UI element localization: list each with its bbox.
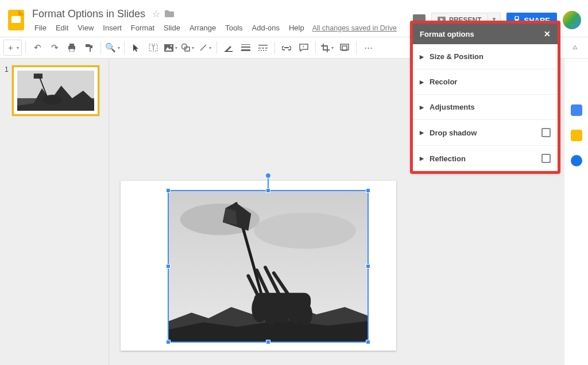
undo-icon[interactable]: ↶ [29,40,45,56]
menu-format[interactable]: Format [126,22,159,33]
svg-rect-31 [341,44,349,50]
select-tool-icon[interactable] [128,40,144,56]
redo-icon[interactable]: ↷ [47,40,63,56]
save-status[interactable]: All changes saved in Drive [312,24,397,32]
svg-rect-27 [263,50,264,51]
section-drop-shadow[interactable]: ▶ Drop shadow [413,120,558,146]
reflection-checkbox[interactable] [541,154,551,163]
menu-bar: File Edit View Insert Format Slide Arran… [30,22,413,33]
svg-rect-29 [284,47,289,48]
svg-point-41 [254,212,356,248]
line-icon[interactable]: ▾ [197,40,213,56]
selected-image[interactable] [168,190,369,343]
svg-rect-20 [241,49,250,51]
comment-icon[interactable]: + [296,40,312,56]
section-recolor[interactable]: ▶ Recolor [413,69,558,95]
resize-handle-s[interactable] [266,340,270,344]
print-icon[interactable] [64,40,80,56]
menu-slide[interactable]: Slide [159,22,185,33]
resize-handle-w[interactable] [166,264,171,269]
user-avatar[interactable] [563,11,581,29]
menu-addons[interactable]: Add-ons [247,22,284,33]
mask-image-icon[interactable] [336,40,353,56]
shape-icon[interactable]: ▾ [180,40,196,56]
svg-rect-21 [258,45,268,46]
crop-icon[interactable]: ▾ [319,40,335,56]
svg-rect-26 [261,50,262,51]
border-color-icon[interactable] [220,40,237,56]
svg-rect-1 [11,16,21,23]
svg-rect-23 [262,48,264,49]
move-folder-icon[interactable] [165,9,174,20]
section-label: Recolor [430,77,457,86]
slide-thumbnail[interactable] [12,65,99,116]
tasks-icon[interactable] [571,155,582,166]
expand-icon: ▶ [420,130,424,135]
menu-help[interactable]: Help [284,22,309,33]
menu-view[interactable]: View [73,22,98,33]
link-icon[interactable] [278,40,295,56]
svg-rect-18 [241,44,250,45]
rotate-handle[interactable] [265,173,271,178]
textbox-icon[interactable]: T [145,40,161,56]
svg-rect-19 [241,46,250,48]
close-icon[interactable]: ✕ [544,29,551,38]
slide-canvas[interactable] [121,181,396,351]
slide-number: 1 [5,65,9,116]
format-options-panel: Format options ✕ ▶ Size & Position ▶ Rec… [410,21,560,174]
paint-format-icon[interactable] [81,40,97,56]
svg-rect-22 [258,48,261,49]
menu-edit[interactable]: Edit [51,22,73,33]
resize-handle-n[interactable] [266,188,270,193]
resize-handle-nw[interactable] [166,188,171,193]
hide-menus-icon[interactable]: ㅿ [566,42,585,53]
menu-file[interactable]: File [30,22,51,33]
menu-insert[interactable]: Insert [98,22,126,33]
side-rail [564,59,588,365]
resize-handle-e[interactable] [366,264,370,269]
calendar-icon[interactable] [571,104,582,116]
menu-arrange[interactable]: Arrange [185,22,220,33]
section-adjustments[interactable]: ▶ Adjustments [413,95,558,120]
new-slide-button[interactable]: ＋▾ [3,40,22,56]
svg-point-14 [182,44,187,49]
section-label: Drop shadow [430,129,477,137]
svg-line-16 [200,45,206,51]
expand-icon: ▶ [420,104,424,110]
svg-point-38 [42,95,62,105]
svg-rect-25 [258,50,260,51]
keep-icon[interactable] [571,130,582,141]
border-weight-icon[interactable] [238,40,254,56]
svg-rect-37 [33,73,42,79]
expand-icon: ▶ [420,54,424,60]
drop-shadow-checkbox[interactable] [541,128,551,137]
svg-text:T: T [152,45,155,51]
border-dash-icon[interactable] [255,40,271,56]
svg-rect-28 [265,50,266,51]
expand-icon: ▶ [420,79,424,85]
star-icon[interactable]: ☆ [152,9,160,20]
document-title[interactable]: Format Options in Slides [30,7,148,21]
format-options-header: Format options ✕ [413,24,558,44]
slides-app-icon[interactable] [5,9,28,32]
section-reflection[interactable]: ▶ Reflection [413,146,558,171]
filmstrip: 1 [0,59,109,365]
more-icon[interactable]: ⋯ [360,40,376,56]
svg-rect-17 [225,51,233,52]
resize-handle-ne[interactable] [366,188,370,193]
expand-icon: ▶ [420,156,424,161]
zoom-icon[interactable]: 🔍▾ [105,40,121,56]
image-icon[interactable]: ▾ [163,40,179,56]
svg-rect-8 [86,44,90,47]
resize-handle-sw[interactable] [166,340,171,344]
section-size-position[interactable]: ▶ Size & Position [413,44,558,69]
svg-rect-6 [69,44,74,46]
svg-text:+: + [302,44,305,49]
resize-handle-se[interactable] [366,340,370,344]
svg-rect-7 [69,49,74,52]
svg-point-13 [170,45,172,46]
section-label: Reflection [430,154,466,163]
svg-rect-24 [265,48,268,49]
menu-tools[interactable]: Tools [220,22,247,33]
svg-rect-11 [164,44,173,52]
